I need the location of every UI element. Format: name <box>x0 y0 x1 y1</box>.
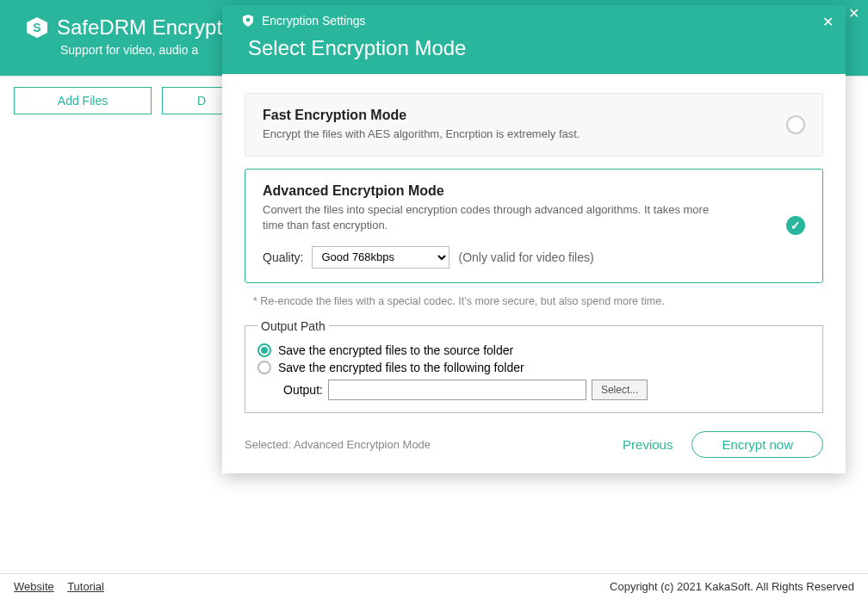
output-source-radio-row[interactable]: Save the encrypted files to the source f… <box>257 343 810 357</box>
toolbar-second-button[interactable]: D <box>162 87 231 114</box>
svg-point-2 <box>246 18 251 22</box>
output-custom-label: Save the encrypted files to the followin… <box>278 361 524 374</box>
svg-text:S: S <box>33 21 40 34</box>
shield-icon <box>241 14 255 28</box>
dialog-header-label: Encryption Settings <box>262 14 366 28</box>
add-files-button[interactable]: Add Files <box>14 87 152 114</box>
statusbar: Website Tutorial Copyright (c) 2021 Kaka… <box>0 573 868 599</box>
output-path-group: Output Path Save the encrypted files to … <box>245 319 823 413</box>
close-icon[interactable]: ✕ <box>848 5 859 22</box>
radio-off-icon <box>257 361 271 374</box>
advanced-mode-card[interactable]: Advanced Encrytpion Mode Convert the fil… <box>245 169 823 282</box>
output-path-input[interactable] <box>328 380 586 400</box>
dialog-header: ✕ Encryption Settings Select Encryption … <box>222 5 846 74</box>
selected-mode-label: Selected: Advanced Encrytpion Mode <box>245 438 431 451</box>
radio-on-icon <box>257 343 271 357</box>
tutorial-link[interactable]: Tutorial <box>67 580 104 593</box>
fast-mode-card[interactable]: Fast Encryption Mode Encrypt the files w… <box>245 93 823 157</box>
quality-note: (Only valid for video files) <box>458 250 593 264</box>
fast-mode-radio[interactable]: ✓ <box>786 115 805 134</box>
previous-button[interactable]: Previous <box>623 437 673 452</box>
app-logo-icon: S <box>26 16 48 39</box>
encryption-settings-dialog: ✕ Encryption Settings Select Encryption … <box>222 5 846 473</box>
advanced-mode-radio[interactable]: ✓ <box>786 216 805 235</box>
website-link[interactable]: Website <box>14 580 54 593</box>
encrypt-now-button[interactable]: Encrypt now <box>691 431 823 458</box>
output-legend: Output Path <box>257 319 329 333</box>
copyright-text: Copyright (c) 2021 KakaSoft. All Rights … <box>610 580 854 593</box>
dialog-close-icon[interactable]: ✕ <box>822 14 834 30</box>
output-label: Output: <box>283 383 323 397</box>
reencode-hint: * Re-encode the files with a special cod… <box>253 295 823 307</box>
app-title: SafeDRM Encryptio <box>57 15 239 40</box>
dialog-title: Select Encryption Mode <box>248 36 827 60</box>
fast-mode-title: Fast Encryption Mode <box>263 108 805 123</box>
output-source-label: Save the encrypted files to the source f… <box>278 343 513 357</box>
quality-select[interactable]: Good 768kbps <box>312 246 450 269</box>
advanced-mode-desc: Convert the files into special encryptio… <box>263 202 728 233</box>
fast-mode-desc: Encrypt the files with AES algorithm, En… <box>263 127 805 142</box>
advanced-mode-title: Advanced Encrytpion Mode <box>263 183 805 199</box>
quality-label: Quality: <box>263 250 303 264</box>
select-folder-button[interactable]: Select... <box>592 380 648 400</box>
output-custom-radio-row[interactable]: Save the encrypted files to the followin… <box>257 361 810 374</box>
